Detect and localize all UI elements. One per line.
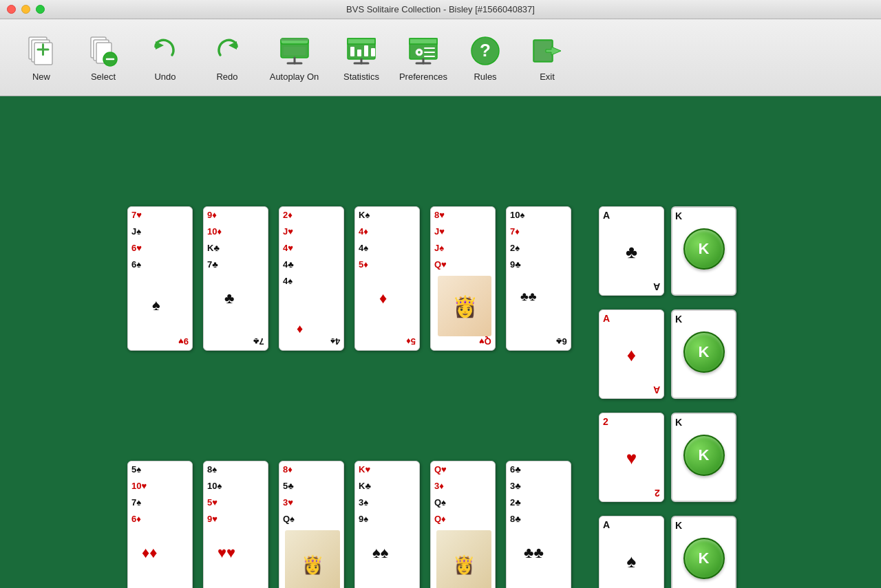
svg-rect-23	[371, 48, 375, 56]
king-circle-spades: K	[683, 538, 725, 579]
new-label: New	[32, 72, 50, 82]
traffic-lights	[7, 5, 45, 14]
foundation-hearts[interactable]: 2 ♥ 2	[599, 413, 664, 502]
king-slot-spades[interactable]: K K	[671, 516, 736, 588]
statistics-label: Statistics	[343, 72, 379, 82]
statistics-button[interactable]: Statistics	[334, 27, 389, 89]
game-area: 7♥ J♠ 6♥ 6♠ ♠ 9♥ 9♦ 10♦ K♣ 7♣ ♣ 7♣ 2♦ J♥…	[0, 96, 881, 588]
exit-icon	[529, 33, 565, 69]
svg-marker-11	[229, 41, 237, 50]
svg-rect-27	[410, 39, 437, 44]
rules-button[interactable]: ? Rules	[458, 27, 513, 89]
svg-rect-22	[364, 45, 368, 56]
svg-text:?: ?	[480, 40, 491, 61]
undo-label: Undo	[154, 72, 176, 82]
preferences-icon	[405, 33, 441, 69]
pile-8[interactable]: 8♠ 10♠ 5♥ 9♥ ♥♥ 6♥	[203, 461, 268, 588]
toolbar: New Select Undo	[0, 19, 881, 96]
pile-10[interactable]: K♥ K♣ 3♠ 9♠ ♠♠ 6♠	[354, 461, 420, 588]
select-icon	[85, 33, 121, 69]
rules-icon: ?	[467, 33, 503, 69]
select-button[interactable]: Select	[76, 27, 131, 89]
titlebar: BVS Solitaire Collection - Bisley [#1566…	[0, 0, 881, 19]
pile-9[interactable]: 8♦ 5♣ 3♥ Q♠ 👸 Q♠	[279, 461, 344, 588]
svg-point-29	[418, 51, 421, 54]
preferences-button[interactable]: Preferences	[396, 27, 451, 89]
king-circle-clubs: K	[683, 228, 725, 270]
pile-12[interactable]: 6♣ 3♣ 2♣ 8♣ ♣♣ 8♣	[506, 461, 571, 588]
foundation-clubs[interactable]: A ♣ A	[599, 206, 664, 296]
redo-icon	[209, 33, 245, 69]
svg-rect-19	[348, 39, 375, 44]
king-slot-hearts[interactable]: K K	[671, 413, 736, 502]
autoplay-button[interactable]: Autoplay On	[262, 27, 327, 89]
autoplay-label: Autoplay On	[270, 72, 319, 82]
pile-4[interactable]: K♠ 4♦ 4♠ 5♦ ♦ 5♦	[354, 206, 420, 351]
svg-rect-14	[281, 39, 308, 41]
svg-marker-10	[156, 41, 164, 50]
undo-icon	[147, 33, 183, 69]
svg-rect-21	[357, 50, 361, 56]
king-slot-clubs[interactable]: K K	[671, 206, 736, 296]
pile-6[interactable]: 10♠ 7♦ 2♠ 9♣ ♣♣ 6♣	[506, 206, 571, 351]
foundation-spades[interactable]: A ♠ A	[599, 516, 664, 588]
king-slot-diamonds[interactable]: K K	[671, 309, 736, 399]
king-circle-hearts: K	[683, 435, 725, 476]
pile-5[interactable]: 8♥ J♥ J♠ Q♥ 👸 Q♥	[430, 206, 496, 351]
minimize-button[interactable]	[21, 5, 30, 14]
exit-label: Exit	[540, 72, 555, 82]
close-button[interactable]	[7, 5, 16, 14]
svg-rect-15	[284, 47, 306, 55]
redo-label: Redo	[216, 72, 237, 82]
king-circle-diamonds: K	[683, 331, 725, 373]
pile-3[interactable]: 2♦ J♥ 4♥ 4♣ 4♠ ♦ 4♠	[279, 206, 344, 351]
redo-button[interactable]: Redo	[200, 27, 255, 89]
preferences-label: Preferences	[399, 72, 447, 82]
new-button[interactable]: New	[14, 27, 69, 89]
statistics-icon	[343, 33, 379, 69]
window-title: BVS Solitaire Collection - Bisley [#1566…	[346, 4, 535, 14]
pile-1[interactable]: 7♥ J♠ 6♥ 6♠ ♠ 9♥	[127, 206, 193, 351]
select-label: Select	[91, 72, 116, 82]
svg-rect-20	[350, 47, 354, 56]
rules-label: Rules	[474, 72, 496, 82]
pile-7[interactable]: 5♠ 10♥ 7♠ 6♦ ♦♦ 7♦	[127, 461, 193, 588]
maximize-button[interactable]	[36, 5, 45, 14]
pile-2[interactable]: 9♦ 10♦ K♣ 7♣ ♣ 7♣	[203, 206, 268, 351]
undo-button[interactable]: Undo	[138, 27, 193, 89]
new-icon	[23, 33, 59, 69]
exit-button[interactable]: Exit	[520, 27, 575, 89]
pile-11[interactable]: Q♥ 3♦ Q♠ Q♦ 👸 Q♦	[430, 461, 496, 588]
autoplay-icon	[277, 33, 312, 69]
foundation-diamonds[interactable]: A ♦ A	[599, 309, 664, 399]
